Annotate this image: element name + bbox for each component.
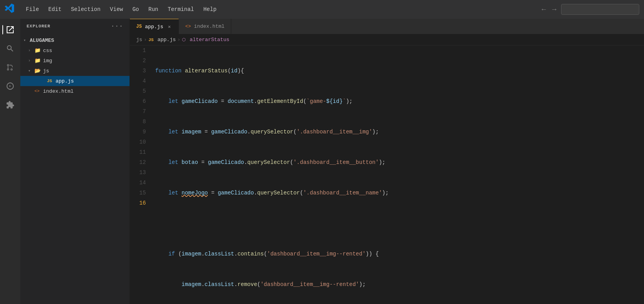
code-line-3: let imagem = gameClicado.querySelector('… bbox=[155, 127, 641, 137]
ln-11: 11 bbox=[139, 147, 146, 157]
folder-open-icon: 📂 bbox=[34, 68, 41, 74]
menu-file[interactable]: File bbox=[22, 5, 43, 14]
chevron-down-icon: ▾ bbox=[23, 38, 30, 43]
menu-run[interactable]: Run bbox=[144, 5, 162, 14]
ln-7: 7 bbox=[139, 106, 146, 117]
tree-item-css[interactable]: › 📁 css bbox=[20, 45, 130, 56]
ln-4: 4 bbox=[139, 76, 146, 86]
editor-area: JS app.js ✕ <> index.html js › JS app.js… bbox=[130, 19, 644, 304]
nav-forward-button[interactable]: → bbox=[550, 4, 558, 15]
tree-label-css: css bbox=[43, 48, 126, 54]
ln-2: 2 bbox=[139, 56, 146, 66]
ln-8: 8 bbox=[139, 117, 146, 127]
chevron-right-icon: › bbox=[28, 49, 34, 53]
vscode-logo bbox=[5, 4, 14, 16]
tab-bar: JS app.js ✕ <> index.html bbox=[130, 19, 644, 34]
tree-label-img: img bbox=[43, 58, 126, 64]
tree-item-app-js[interactable]: JS app.js bbox=[20, 76, 130, 86]
tree-label-js: js bbox=[43, 68, 126, 74]
menu-edit[interactable]: Edit bbox=[45, 5, 66, 14]
menu-terminal[interactable]: Terminal bbox=[164, 5, 198, 14]
chevron-down-icon: ▾ bbox=[28, 68, 34, 73]
ln-16: 16 bbox=[139, 198, 146, 208]
code-line-8: imagem.classList.remove('dashboard__item… bbox=[155, 279, 641, 290]
breadcrumb: js › JS app.js › ⬡ alterarStatus bbox=[130, 34, 644, 45]
breadcrumb-function[interactable]: ⬡ alterarStatus bbox=[182, 37, 229, 43]
menu-bar: File Edit Selection View Go Run Terminal… bbox=[22, 5, 220, 14]
code-line-5: let nomeJogo = gameClicado.querySelector… bbox=[155, 188, 641, 198]
nav-back-button[interactable]: ← bbox=[540, 4, 547, 15]
code-line-2: let gameClicado = document.getElementByI… bbox=[155, 96, 641, 106]
line-numbers: 1 2 3 4 5 6 7 8 9 10 11 12 13 14 15 16 bbox=[130, 45, 152, 304]
breadcrumb-sep1: › bbox=[144, 37, 147, 43]
code-line-4: let botao = gameClicado.querySelector('.… bbox=[155, 157, 641, 167]
breadcrumb-js-folder[interactable]: js bbox=[136, 37, 142, 43]
activity-bar bbox=[0, 19, 20, 304]
tab-app-js[interactable]: JS app.js ✕ bbox=[130, 19, 179, 34]
menu-selection[interactable]: Selection bbox=[67, 5, 104, 14]
tree-item-js[interactable]: ▾ 📂 js bbox=[20, 66, 130, 76]
js-file-icon: JS bbox=[47, 79, 54, 83]
source-control-activity-icon[interactable] bbox=[2, 59, 18, 75]
ln-13: 13 bbox=[139, 167, 146, 178]
ln-12: 12 bbox=[139, 157, 146, 167]
main-layout: EXPLORER ··· ▾ ALUGAMES › 📁 css › 📁 img bbox=[0, 19, 644, 304]
ln-15: 15 bbox=[139, 188, 146, 198]
code-line-7: if (imagem.classList.contains('dashboard… bbox=[155, 249, 641, 259]
breadcrumb-sep2: › bbox=[177, 37, 180, 43]
tree-item-img[interactable]: › 📁 img bbox=[20, 56, 130, 66]
sidebar: EXPLORER ··· ▾ ALUGAMES › 📁 css › 📁 img bbox=[20, 19, 130, 304]
explorer-title: EXPLORER bbox=[27, 24, 50, 29]
extensions-activity-icon[interactable] bbox=[2, 97, 18, 113]
menu-view[interactable]: View bbox=[106, 5, 127, 14]
folder-icon: 📁 bbox=[34, 47, 41, 54]
code-line-1: function alterarStatus(id){ bbox=[155, 66, 641, 76]
ln-14: 14 bbox=[139, 178, 146, 188]
folder-icon: 📁 bbox=[34, 58, 41, 64]
ln-3: 3 bbox=[139, 66, 146, 76]
tree-label-appjs: app.js bbox=[56, 78, 126, 84]
ln-9: 9 bbox=[139, 127, 146, 137]
titlebar-nav: ← → bbox=[540, 4, 639, 15]
command-palette-input[interactable] bbox=[561, 4, 639, 15]
breadcrumb-js-icon: JS bbox=[148, 38, 153, 42]
tree-item-alugames[interactable]: ▾ ALUGAMES bbox=[20, 35, 130, 45]
breadcrumb-app-js[interactable]: JS app.js bbox=[148, 37, 176, 43]
explorer-activity-icon[interactable] bbox=[2, 22, 18, 38]
ln-10: 10 bbox=[139, 137, 146, 147]
tab-close-app-js[interactable]: ✕ bbox=[166, 23, 172, 31]
tab-label-app-js: app.js bbox=[145, 24, 163, 30]
ln-5: 5 bbox=[139, 86, 146, 96]
sidebar-options-button[interactable]: ··· bbox=[111, 23, 123, 30]
sidebar-header: EXPLORER ··· bbox=[20, 19, 130, 34]
code-editor[interactable]: 1 2 3 4 5 6 7 8 9 10 11 12 13 14 15 16 f… bbox=[130, 45, 644, 304]
chevron-right-icon: › bbox=[28, 59, 34, 63]
menu-help[interactable]: Help bbox=[200, 5, 221, 14]
menu-go[interactable]: Go bbox=[128, 5, 143, 14]
code-line-6 bbox=[155, 218, 641, 228]
titlebar: File Edit Selection View Go Run Terminal… bbox=[0, 0, 644, 19]
file-tree: ▾ ALUGAMES › 📁 css › 📁 img ▾ 📂 js bbox=[20, 34, 130, 98]
html-tab-icon: <> bbox=[185, 24, 191, 29]
tree-item-index-html[interactable]: <> index.html bbox=[20, 86, 130, 96]
code-content[interactable]: function alterarStatus(id){ let gameClic… bbox=[152, 45, 644, 304]
breadcrumb-func-icon: ⬡ bbox=[182, 38, 186, 42]
tree-label-alugames: ALUGAMES bbox=[30, 38, 126, 43]
ln-1: 1 bbox=[139, 45, 146, 56]
tree-label-indexhtml: index.html bbox=[43, 88, 126, 94]
run-debug-activity-icon[interactable] bbox=[2, 78, 18, 94]
js-tab-icon: JS bbox=[136, 24, 142, 29]
html-file-icon: <> bbox=[34, 89, 41, 94]
ln-6: 6 bbox=[139, 96, 146, 106]
tab-index-html[interactable]: <> index.html bbox=[179, 19, 231, 34]
search-activity-icon[interactable] bbox=[2, 41, 18, 56]
tab-label-index-html: index.html bbox=[194, 23, 225, 29]
